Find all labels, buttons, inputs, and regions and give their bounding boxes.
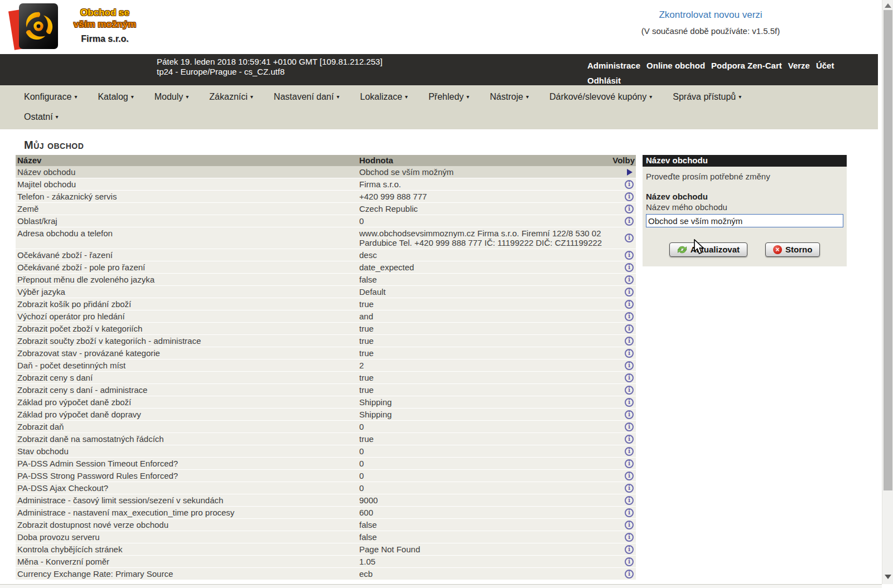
- info-icon[interactable]: i: [625, 410, 634, 419]
- table-row[interactable]: Základ pro výpočet daně dopravyShippingi: [16, 409, 636, 421]
- nav-menu-item[interactable]: Nastavení daní▾: [274, 92, 340, 102]
- config-value: true: [359, 348, 607, 358]
- nav-menu-item[interactable]: Správa přístupů▾: [673, 92, 741, 102]
- nav-menu-item[interactable]: Lokalizace▾: [360, 92, 408, 102]
- admin-link[interactable]: Verze: [788, 58, 810, 73]
- config-options: i: [607, 324, 636, 333]
- info-icon[interactable]: i: [625, 349, 634, 358]
- table-row[interactable]: Zobrazit daň0i: [16, 421, 636, 433]
- table-row[interactable]: Zobrazit součty zboží v kategoriích - ad…: [16, 335, 636, 347]
- admin-link[interactable]: Online obchod: [646, 58, 705, 73]
- admin-link[interactable]: Podpora Zen-Cart: [711, 58, 782, 73]
- info-icon[interactable]: i: [625, 447, 634, 456]
- config-value: true: [359, 324, 607, 333]
- info-icon[interactable]: i: [625, 496, 634, 505]
- info-icon[interactable]: i: [625, 251, 634, 260]
- info-icon[interactable]: i: [625, 288, 634, 297]
- info-icon[interactable]: i: [625, 557, 634, 566]
- info-icon[interactable]: i: [625, 435, 634, 444]
- nav-menu-item[interactable]: Moduly▾: [155, 92, 189, 102]
- table-row[interactable]: Doba provozu serverufalsei: [16, 531, 636, 543]
- table-row[interactable]: Administrace - časový limit session/seze…: [16, 494, 636, 507]
- table-row[interactable]: Měna - Konverzní poměr1.05i: [16, 556, 636, 568]
- info-icon[interactable]: i: [625, 205, 634, 213]
- info-icon[interactable]: i: [625, 217, 634, 226]
- table-row[interactable]: PA-DSS Admin Session Timeout Enforced?0i: [16, 458, 636, 470]
- scrollbar-thumb[interactable]: [884, 10, 892, 490]
- table-row[interactable]: Přepnout měnu dle zvoleného jazykafalsei: [16, 274, 636, 286]
- nav-menu-item[interactable]: Konfigurace▾: [24, 92, 77, 102]
- info-icon[interactable]: i: [625, 521, 634, 529]
- table-row[interactable]: Zobrazit daně na samostatných řádcíchtru…: [16, 433, 636, 445]
- info-icon[interactable]: i: [625, 508, 634, 517]
- table-row[interactable]: Oblast/kraj0i: [16, 215, 636, 227]
- table-row[interactable]: Zobrazit ceny s daní - administracetruei: [16, 384, 636, 396]
- nav-menu-item[interactable]: Nástroje▾: [490, 92, 529, 102]
- info-icon[interactable]: i: [625, 192, 634, 201]
- info-icon[interactable]: i: [625, 545, 634, 554]
- table-row[interactable]: Administrace - nastavení max_execution_t…: [16, 507, 636, 519]
- nav-menu-item[interactable]: Dárkové/slevové kupóny▾: [549, 92, 652, 102]
- table-row[interactable]: Telefon - zákaznický servis+420 999 888 …: [16, 191, 636, 203]
- refresh-icon: [677, 245, 687, 254]
- table-row[interactable]: Zobrazit dostupnost nové verze obchodufa…: [16, 519, 636, 531]
- table-row[interactable]: Currency Exchange Rate: Primary Sourceec…: [16, 568, 636, 580]
- cancel-button[interactable]: × Storno: [765, 242, 820, 257]
- scrollbar-up-arrow-icon[interactable]: [885, 3, 891, 8]
- nav-menu-item[interactable]: Ostatní▾: [24, 112, 59, 122]
- table-row[interactable]: Zobrazit košík po přidání zbožítruei: [16, 298, 636, 310]
- table-row[interactable]: ZeměCzech Republici: [16, 203, 636, 215]
- table-row[interactable]: Výběr jazykaDefaulti: [16, 286, 636, 298]
- table-row[interactable]: Výchozí operátor pro hledáníandi: [16, 310, 636, 323]
- table-row[interactable]: Stav obchodu0i: [16, 445, 636, 458]
- info-icon[interactable]: i: [625, 337, 634, 346]
- check-new-version-link[interactable]: Zkontrolovat novou verzi: [659, 9, 762, 20]
- info-icon[interactable]: i: [625, 263, 634, 272]
- info-icon[interactable]: i: [625, 234, 634, 242]
- horizontal-scrollbar-strip[interactable]: [0, 584, 882, 588]
- store-name-input[interactable]: [646, 214, 843, 227]
- info-icon[interactable]: i: [625, 361, 634, 370]
- table-row[interactable]: Adresa obchodu a telefonwww.obchodsevsim…: [16, 227, 636, 249]
- scrollbar-down-arrow-icon[interactable]: [885, 575, 891, 579]
- nav-menu-item[interactable]: Zákazníci▾: [209, 92, 253, 102]
- info-icon[interactable]: i: [625, 324, 634, 333]
- table-row[interactable]: Zobrazit počet zboží v kategoriíchtruei: [16, 323, 636, 335]
- info-icon[interactable]: i: [625, 459, 634, 468]
- info-icon[interactable]: i: [625, 484, 634, 493]
- table-row[interactable]: Majitel obchoduFirma s.r.o.i: [16, 178, 636, 191]
- table-row[interactable]: Zobrazit ceny s danítruei: [16, 372, 636, 384]
- nav-menu-item[interactable]: Přehledy▾: [428, 92, 469, 102]
- info-icon[interactable]: i: [625, 533, 634, 542]
- info-icon[interactable]: i: [625, 570, 634, 579]
- info-icon[interactable]: i: [625, 312, 634, 321]
- info-icon[interactable]: i: [625, 180, 634, 189]
- config-name: Oblast/kraj: [16, 216, 359, 226]
- info-icon[interactable]: i: [625, 300, 634, 309]
- info-icon[interactable]: i: [625, 422, 634, 431]
- config-value: 1.05: [359, 557, 607, 566]
- config-name: PA-DSS Strong Password Rules Enforced?: [16, 471, 359, 480]
- logo-text: Obchod se vším možným Firma s.r.o.: [66, 7, 144, 44]
- table-row[interactable]: Název obchoduObchod se vším možným: [16, 166, 636, 178]
- info-icon[interactable]: i: [625, 373, 634, 382]
- table-row[interactable]: Očekávané zboží - řazenídesci: [16, 249, 636, 261]
- table-row[interactable]: Daň - počet desetinných míst2i: [16, 359, 636, 372]
- config-value: true: [359, 434, 607, 444]
- table-row[interactable]: PA-DSS Ajax Checkout?0i: [16, 482, 636, 494]
- info-icon[interactable]: i: [625, 386, 634, 395]
- nav-menu-item[interactable]: Katalog▾: [98, 92, 133, 102]
- chevron-down-icon: ▾: [738, 94, 741, 100]
- info-icon[interactable]: i: [625, 472, 634, 480]
- vertical-scrollbar[interactable]: [882, 0, 893, 584]
- table-row[interactable]: PA-DSS Strong Password Rules Enforced?0i: [16, 470, 636, 482]
- info-icon[interactable]: i: [625, 275, 634, 284]
- table-row[interactable]: Kontrola chybějících stránekPage Not Fou…: [16, 543, 636, 556]
- admin-link[interactable]: Administrace: [587, 58, 640, 73]
- table-row[interactable]: Očekávané zboží - pole pro řazenídate_ex…: [16, 261, 636, 274]
- admin-link[interactable]: Účet: [816, 58, 834, 73]
- update-button[interactable]: Aktualizovat: [669, 242, 747, 257]
- table-row[interactable]: Zobrazovat stav - provázané kategorietru…: [16, 347, 636, 359]
- table-row[interactable]: Základ pro výpočet daně zbožíShippingi: [16, 396, 636, 409]
- info-icon[interactable]: i: [625, 398, 634, 407]
